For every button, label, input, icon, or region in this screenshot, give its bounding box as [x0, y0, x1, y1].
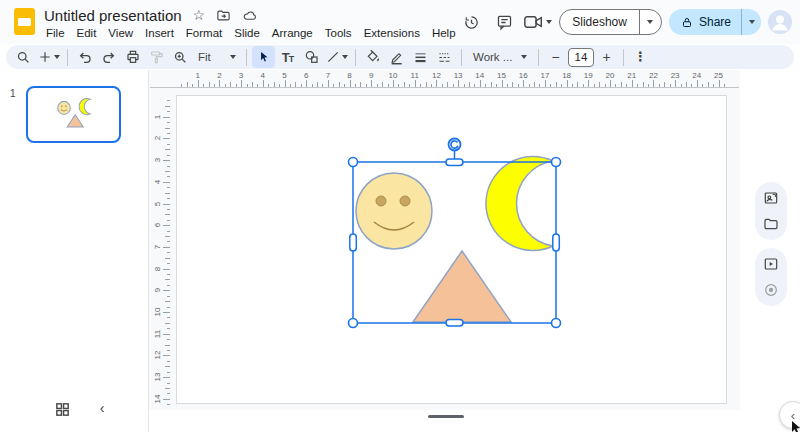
horizontal-scrollbar[interactable]	[428, 415, 464, 418]
chevron-down-icon	[521, 55, 527, 59]
font-family-dropdown[interactable]: Work ...	[467, 46, 533, 68]
new-slide-button[interactable]	[36, 46, 62, 68]
shapes-tool[interactable]	[300, 46, 323, 68]
menu-item[interactable]: Arrange	[266, 25, 319, 41]
chevron-down-icon	[546, 20, 552, 24]
more-options-icon[interactable]: ⋮	[629, 46, 652, 68]
triangle-shape[interactable]	[413, 251, 511, 322]
chevron-down-icon	[54, 55, 60, 59]
lock-icon	[669, 16, 693, 29]
slideshow-dropdown[interactable]	[639, 9, 661, 35]
print-button[interactable]	[121, 46, 144, 68]
menu-item[interactable]: Format	[180, 25, 228, 41]
resize-handle-ne[interactable]	[552, 158, 561, 167]
resize-handle-sw[interactable]	[349, 319, 358, 328]
main-toolbar: Fit TT	[6, 45, 794, 69]
resize-handle-w[interactable]	[350, 234, 357, 251]
slideshow-panel-icon[interactable]	[762, 255, 780, 273]
text-box-tool[interactable]: TT	[276, 46, 299, 68]
undo-button[interactable]	[73, 46, 96, 68]
filmstrip-collapse-icon[interactable]: ‹	[94, 400, 110, 416]
v-ruler[interactable]: 1234567891011121314	[152, 95, 171, 407]
resize-handle-n[interactable]	[446, 159, 463, 166]
slideshow-button[interactable]: Slideshow	[559, 9, 662, 35]
menu-item[interactable]: Tools	[319, 25, 358, 41]
document-title[interactable]: Untitled presentation	[44, 7, 182, 24]
h-ruler[interactable]: 1234567891011121314151617181920212223242…	[176, 70, 732, 88]
slide-canvas-svg	[176, 95, 727, 404]
increase-font-size-button[interactable]: +	[595, 46, 618, 68]
redo-button[interactable]	[97, 46, 120, 68]
folder-icon[interactable]	[762, 215, 780, 233]
side-rail-bottom	[755, 248, 787, 306]
slide-number: 1	[10, 88, 16, 99]
move-folder-icon[interactable]	[216, 8, 231, 23]
meet-call-button[interactable]	[524, 15, 552, 29]
resize-handle-nw[interactable]	[349, 158, 358, 167]
zoom-select-dropdown[interactable]: Fit	[193, 46, 241, 68]
smiley-eye-right	[400, 196, 410, 206]
slides-logo[interactable]	[14, 8, 35, 35]
share-dropdown[interactable]	[741, 9, 761, 35]
font-size-input[interactable]: 14	[568, 48, 594, 67]
decrease-font-size-button[interactable]: −	[544, 46, 567, 68]
smiley-eye-left	[376, 196, 386, 206]
menu-item[interactable]: Help	[426, 25, 462, 41]
fill-color-tool[interactable]	[361, 46, 384, 68]
slide-thumbnail[interactable]	[26, 86, 121, 143]
side-rail-top	[755, 182, 787, 240]
menu-item[interactable]: View	[102, 25, 139, 41]
app-window: Untitled presentation ☆ FileEditViewInse…	[0, 0, 800, 432]
menu-item[interactable]: Slide	[228, 25, 266, 41]
share-button[interactable]: Share	[669, 9, 761, 35]
menu-item[interactable]: File	[40, 25, 71, 41]
templates-icon[interactable]	[762, 189, 780, 207]
paint-format-icon[interactable]	[145, 46, 168, 68]
slide-canvas[interactable]	[176, 95, 727, 404]
menubar: FileEditViewInsertFormatSlideArrangeTool…	[40, 25, 462, 41]
smiley-face-shape[interactable]	[356, 173, 432, 249]
moon-shape[interactable]	[486, 157, 553, 251]
resize-handle-se[interactable]	[552, 319, 561, 328]
menu-item[interactable]: Edit	[71, 25, 103, 41]
version-history-icon[interactable]	[458, 9, 484, 35]
border-dash-tool[interactable]	[433, 46, 456, 68]
menu-item[interactable]: Insert	[139, 25, 180, 41]
border-color-tool[interactable]	[385, 46, 408, 68]
search-menus-icon[interactable]	[12, 46, 35, 68]
comments-icon[interactable]	[491, 9, 517, 35]
chevron-down-icon	[230, 55, 236, 59]
chevron-down-icon	[342, 55, 348, 59]
cloud-status-icon[interactable]	[242, 8, 258, 23]
app-header: Untitled presentation ☆ FileEditViewInse…	[0, 0, 800, 44]
record-icon[interactable]	[762, 281, 780, 299]
grid-view-icon[interactable]	[54, 401, 72, 419]
resize-handle-s[interactable]	[446, 320, 463, 327]
select-tool[interactable]	[252, 46, 275, 68]
zoom-icon[interactable]	[169, 46, 192, 68]
mouse-cursor	[791, 421, 800, 432]
account-avatar[interactable]	[768, 10, 792, 34]
star-icon[interactable]: ☆	[193, 8, 206, 22]
border-weight-tool[interactable]	[409, 46, 432, 68]
resize-handle-e[interactable]	[553, 234, 560, 251]
menu-item[interactable]: Extensions	[358, 25, 426, 41]
line-tool[interactable]	[324, 46, 350, 68]
